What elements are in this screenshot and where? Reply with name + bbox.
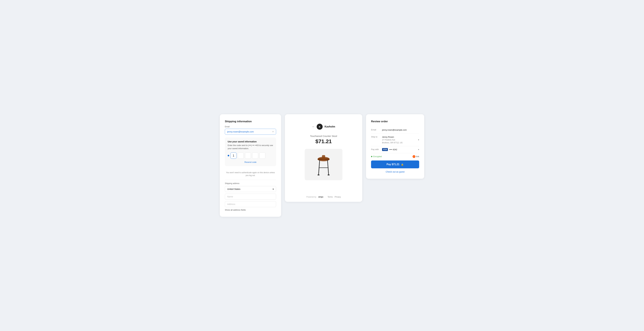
- page-wrapper: Shipping information Email jenny.rosen@e…: [220, 114, 424, 217]
- shop-logo: K: [317, 124, 323, 130]
- product-image: [305, 149, 342, 180]
- encrypted-label: Encrypted: [373, 156, 382, 158]
- ship-city: Brothers, OR 97712, US: [382, 141, 402, 144]
- address-field[interactable]: Address: [225, 201, 276, 207]
- code-inputs: [228, 152, 273, 159]
- ship-chevron-icon[interactable]: ▾: [418, 138, 419, 142]
- shop-name: Kavholm: [324, 125, 335, 128]
- ship-address: 27 Fredrick Ave: [382, 138, 402, 141]
- review-pay-label: Pay with: [371, 148, 382, 150]
- auth-note: You won't need to authenticate again on …: [225, 169, 276, 179]
- center-footer: Powered by stripe · Terms Privacy: [285, 193, 362, 202]
- resend-link[interactable]: Resend code: [228, 161, 273, 163]
- stripe-logo: stripe: [318, 196, 323, 198]
- pay-chevron-icon[interactable]: ▾: [418, 148, 419, 151]
- shop-header: ← K Kavholm: [312, 124, 335, 130]
- guest-checkout-link[interactable]: Check out as guest: [371, 170, 419, 173]
- code-input-5[interactable]: [260, 152, 266, 159]
- ship-name: Jenny Rosen: [382, 136, 402, 138]
- save-info-box: Use your saved information Enter the cod…: [225, 138, 276, 166]
- link-logo: ⚡ link: [412, 155, 419, 158]
- email-row: jenny.rosen@example.com ×: [225, 129, 276, 135]
- encrypted-left: Encrypted: [371, 156, 382, 158]
- country-value: United States: [227, 188, 240, 190]
- shipping-address-label: Shipping address: [225, 182, 276, 184]
- email-label: Email: [225, 126, 276, 128]
- save-info-desc: Enter the code sent to (•••) ••• ••63 to…: [228, 144, 273, 150]
- code-dot: [228, 155, 229, 156]
- review-ship-value: Jenny Rosen 27 Fredrick Ave Brothers, OR…: [382, 136, 419, 144]
- code-input-4[interactable]: [252, 152, 258, 159]
- center-content: ← K Kavholm Touchwood Counter Stool $71.…: [285, 114, 362, 193]
- stool-illustration: [314, 152, 333, 177]
- powered-by-text: Powered by: [306, 196, 316, 198]
- lock-dot-icon: [371, 156, 372, 157]
- footer-separator: ·: [325, 196, 326, 198]
- chevron-down-icon: ▾: [273, 188, 274, 190]
- address-placeholder: Address: [227, 203, 235, 206]
- pay-button[interactable]: Pay $71.21 🔒: [371, 160, 419, 168]
- review-pay-value: VISA •••• 4242 ▾: [382, 148, 419, 151]
- svg-rect-2: [322, 155, 325, 160]
- review-ship-row: Ship to Jenny Rosen 27 Fredrick Ave Brot…: [371, 134, 419, 146]
- review-title: Review order: [371, 120, 419, 123]
- pay-lock-icon: 🔒: [401, 163, 404, 166]
- review-ship-label: Ship to: [371, 136, 382, 138]
- visa-badge: VISA: [382, 148, 388, 151]
- review-email-row: Email jenny.rosen@example.com: [371, 126, 419, 134]
- name-placeholder: Name: [227, 195, 233, 198]
- product-price: $71.21: [316, 138, 332, 144]
- encrypted-row: Encrypted ⚡ link: [371, 153, 419, 160]
- back-arrow-icon[interactable]: ←: [312, 125, 315, 128]
- code-input-2[interactable]: [238, 152, 244, 159]
- code-input-1[interactable]: [230, 152, 236, 159]
- right-panel: Review order Email jenny.rosen@example.c…: [366, 114, 424, 179]
- card-dots: •••• 4242: [389, 148, 397, 151]
- product-name: Touchwood Counter Stool: [310, 135, 337, 137]
- center-panel: ← K Kavholm Touchwood Counter Stool $71.…: [285, 114, 362, 202]
- code-input-3[interactable]: [245, 152, 251, 159]
- link-icon: ⚡: [412, 155, 416, 158]
- close-icon[interactable]: ×: [272, 130, 274, 133]
- shipping-title: Shipping information: [225, 120, 276, 123]
- review-email-label: Email: [371, 128, 382, 131]
- svg-point-7: [328, 174, 330, 176]
- save-info-title: Use your saved information: [228, 140, 273, 143]
- name-field[interactable]: Name: [225, 194, 276, 200]
- show-all-link[interactable]: Show all address fields: [225, 209, 276, 211]
- terms-link[interactable]: Terms: [328, 196, 333, 198]
- link-label: link: [416, 155, 419, 158]
- svg-point-6: [318, 174, 320, 176]
- pay-button-label: Pay $71.21: [386, 163, 400, 166]
- left-panel: Shipping information Email jenny.rosen@e…: [220, 114, 281, 217]
- review-pay-row: Pay with VISA •••• 4242 ▾: [371, 146, 419, 153]
- email-value: jenny.rosen@example.com: [227, 130, 254, 133]
- review-email-value: jenny.rosen@example.com: [382, 128, 419, 132]
- privacy-link[interactable]: Privacy: [334, 196, 341, 198]
- country-select[interactable]: United States ▾: [225, 186, 276, 192]
